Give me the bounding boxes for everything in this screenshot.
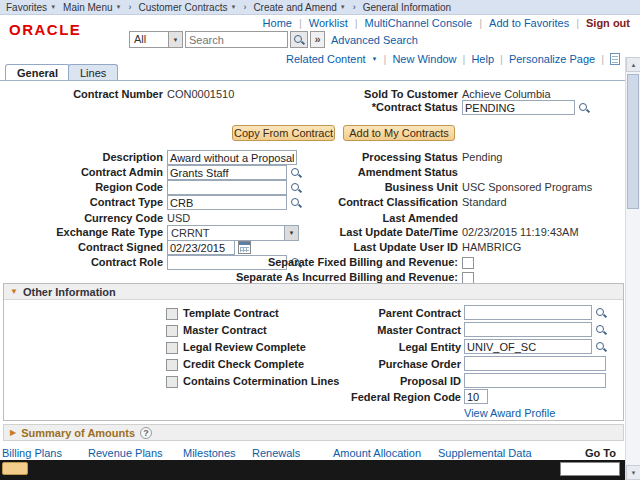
breadcrumb: Favorites ▼ Main Menu ▼ › Customer Contr… (0, 0, 640, 15)
help-link[interactable]: Help (471, 53, 494, 65)
lookup-icon[interactable] (595, 306, 608, 320)
tab-divider (0, 80, 625, 81)
billing-plans-link[interactable]: Billing Plans (2, 447, 62, 459)
exchange-rate-type-row: Exchange Rate Type CRRNT ▼ Last Update D… (0, 225, 624, 241)
personalize-page-link[interactable]: Personalize Page (509, 53, 595, 65)
description-label: Description (0, 150, 163, 165)
advanced-search-link[interactable]: Advanced Search (331, 34, 418, 46)
contains-cotermination-lines-checkbox[interactable] (166, 376, 178, 388)
scrollbar-thumb[interactable] (627, 74, 639, 209)
lookup-icon[interactable] (578, 101, 591, 115)
description-row: Description Processing Status Pending (0, 150, 624, 166)
last-update-datetime-label: Last Update Date/Time (215, 225, 458, 240)
federal-region-code-label: Federal Region Code (254, 390, 461, 405)
related-content-link[interactable]: Related Content (286, 53, 366, 65)
other-information-title: Other Information (23, 286, 116, 298)
lookup-icon[interactable] (595, 323, 608, 337)
revenue-plans-link[interactable]: Revenue Plans (88, 447, 163, 459)
summary-of-amounts-header[interactable]: ▶ Summary of Amounts ? (3, 424, 624, 441)
scroll-up-icon[interactable]: ▲ (626, 57, 640, 72)
chevron-down-icon: ▼ (230, 4, 236, 10)
view-award-profile-link[interactable]: View Award Profile (464, 406, 555, 421)
breadcrumb-separator-icon: › (353, 2, 356, 12)
search-input[interactable] (185, 31, 288, 48)
divider: | (463, 53, 466, 65)
supplemental-data-link[interactable]: Supplemental Data (438, 447, 532, 459)
master-contract-checkbox[interactable] (166, 325, 178, 337)
collapse-arrow-icon[interactable]: ▼ (10, 287, 18, 296)
tab-lines[interactable]: Lines (68, 64, 118, 81)
exchange-rate-type-label: Exchange Rate Type (0, 225, 163, 240)
amount-allocation-link[interactable]: Amount Allocation (333, 447, 421, 459)
contract-admin-row: Contract Admin Amendment Status (0, 165, 624, 181)
expand-arrow-icon[interactable]: ▶ (10, 428, 16, 437)
business-unit-label: Business Unit (215, 180, 458, 195)
template-contract-checkbox[interactable] (166, 308, 178, 320)
divider: | (601, 53, 604, 65)
renewals-link[interactable]: Renewals (252, 447, 300, 459)
go-to-label: Go To (585, 447, 616, 459)
breadcrumb-create-and-amend[interactable]: Create and Amend ▼ (253, 2, 345, 13)
page-icon[interactable] (610, 53, 620, 65)
region-code-label: Region Code (0, 180, 163, 195)
lookup-icon[interactable] (595, 340, 608, 354)
breadcrumb-favorites-label: Favorites (6, 2, 47, 13)
credit-check-complete-checkbox[interactable] (166, 359, 178, 371)
currency-code-value: USD (167, 211, 190, 226)
copy-from-contract-button[interactable]: Copy From Contract (232, 125, 335, 141)
last-update-user-label: Last Update User ID (215, 240, 458, 255)
tab-general[interactable]: General (5, 64, 70, 81)
new-window-link[interactable]: New Window (392, 53, 456, 65)
processing-status-value: Pending (462, 150, 502, 165)
contract-status-label: *Contract Status (215, 100, 458, 115)
parent-contract-input[interactable] (464, 305, 592, 320)
chevron-down-icon: ▼ (372, 56, 378, 62)
federal-region-code-input[interactable] (464, 389, 488, 404)
search-scope-select[interactable]: All ▼ (129, 31, 183, 48)
scroll-down-icon[interactable]: ▼ (626, 465, 640, 480)
sign-out-link[interactable]: Sign out (586, 17, 630, 29)
separate-fixed-billing-checkbox[interactable] (462, 257, 474, 269)
search-more-button[interactable]: » (310, 31, 325, 48)
contract-type-row: Contract Type Contract Classification St… (0, 195, 624, 211)
separate-fixed-billing-label: Separate Fixed Billing and Revenue: (215, 255, 458, 270)
legal-review-complete-checkbox[interactable] (166, 342, 178, 354)
add-to-my-contracts-button[interactable]: Add to My Contracts (343, 125, 455, 141)
breadcrumb-general-information[interactable]: General Information (363, 2, 451, 13)
add-to-favorites-link[interactable]: Add to Favorites (489, 17, 569, 29)
chevron-down-icon: ▼ (50, 4, 56, 10)
milestones-link[interactable]: Milestones (183, 447, 236, 459)
master-contract-input[interactable] (464, 322, 592, 337)
breadcrumb-main-menu-label: Main Menu (63, 2, 112, 13)
legal-entity-input[interactable] (464, 339, 592, 354)
breadcrumb-favorites[interactable]: Favorites ▼ (6, 2, 56, 13)
chevron-down-icon[interactable]: ▼ (168, 32, 182, 47)
divider: | (500, 53, 503, 65)
search-scope-value: All (130, 32, 168, 47)
help-icon[interactable]: ? (140, 427, 152, 439)
contract-admin-label: Contract Admin (0, 165, 163, 180)
purchase-order-input[interactable] (464, 356, 606, 371)
last-update-user-value: HAMBRICG (462, 240, 521, 255)
cutoff-bottom-strip (0, 460, 625, 480)
processing-status-label: Processing Status (215, 150, 458, 165)
purchase-order-label: Purchase Order (254, 357, 461, 372)
search-button[interactable] (290, 31, 308, 48)
amendment-status-label: Amendment Status (215, 165, 458, 180)
proposal-id-input[interactable] (464, 373, 606, 388)
master-contract-label: Master Contract (254, 323, 461, 338)
breadcrumb-main-menu[interactable]: Main Menu ▼ (63, 2, 121, 13)
toolbar-button-partial[interactable] (2, 462, 28, 475)
worklist-link[interactable]: Worklist (309, 17, 348, 29)
last-update-datetime-value: 02/23/2015 11:19:43AM (462, 225, 579, 240)
breadcrumb-customer-contracts-label: Customer Contracts (139, 2, 228, 13)
other-information-header[interactable]: ▼ Other Information (4, 284, 623, 300)
home-link[interactable]: Home (263, 17, 292, 29)
breadcrumb-customer-contracts[interactable]: Customer Contracts ▼ (139, 2, 237, 13)
vertical-scrollbar[interactable]: ▲ ▼ (625, 57, 640, 480)
goto-dropdown-partial[interactable] (560, 462, 620, 476)
breadcrumb-general-information-label: General Information (363, 2, 451, 13)
contract-status-input[interactable] (462, 100, 575, 115)
summary-of-amounts-title: Summary of Amounts (21, 427, 135, 439)
multichannel-console-link[interactable]: MultiChannel Console (365, 17, 473, 29)
